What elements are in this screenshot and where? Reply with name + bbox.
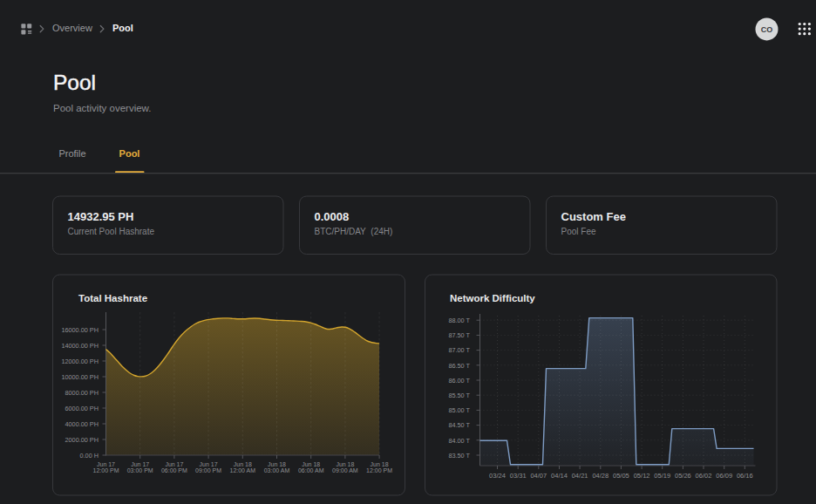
svg-text:86.50 T: 86.50 T <box>448 362 470 370</box>
svg-text:03:00 PM: 03:00 PM <box>127 467 153 473</box>
svg-text:87.00 T: 87.00 T <box>448 346 470 354</box>
svg-text:Current Pool Hashrate: Current Pool Hashrate <box>68 227 155 236</box>
svg-text:Overview: Overview <box>52 23 92 33</box>
svg-text:14932.95 PH: 14932.95 PH <box>68 210 134 223</box>
svg-text:84.00 T: 84.00 T <box>448 437 470 445</box>
svg-text:Jun 18: Jun 18 <box>234 461 252 467</box>
svg-text:2000.00 PH: 2000.00 PH <box>65 436 99 444</box>
svg-text:04/21: 04/21 <box>572 472 588 480</box>
svg-text:06:00 AM: 06:00 AM <box>298 467 324 473</box>
svg-text:Jun 18: Jun 18 <box>302 461 320 467</box>
svg-text:Total Hashrate: Total Hashrate <box>78 293 147 303</box>
svg-text:06/09: 06/09 <box>716 472 732 480</box>
svg-text:6000.00 PH: 6000.00 PH <box>65 405 99 412</box>
svg-text:Jun 17: Jun 17 <box>97 461 115 467</box>
svg-text:Pool: Pool <box>112 23 133 33</box>
svg-text:Jun 18: Jun 18 <box>268 461 286 467</box>
svg-text:04/14: 04/14 <box>551 472 568 480</box>
svg-text:12:00 PM: 12:00 PM <box>366 467 392 473</box>
svg-text:4000.00 PH: 4000.00 PH <box>65 420 99 428</box>
svg-text:Profile: Profile <box>58 148 85 159</box>
svg-text:0.00 H: 0.00 H <box>80 452 99 460</box>
svg-text:12:00 PM: 12:00 PM <box>93 467 119 473</box>
svg-text:83.50 T: 83.50 T <box>448 452 470 460</box>
svg-text:Pool activity overview.: Pool activity overview. <box>53 103 152 113</box>
svg-text:Pool: Pool <box>53 71 96 94</box>
svg-text:12000.00 PH: 12000.00 PH <box>61 358 99 365</box>
svg-text:86.00 T: 86.00 T <box>448 377 470 385</box>
svg-text:04/28: 04/28 <box>592 472 609 480</box>
svg-text:CO: CO <box>761 25 773 34</box>
svg-text:Jun 17: Jun 17 <box>200 461 218 467</box>
svg-text:85.50 T: 85.50 T <box>448 392 470 399</box>
svg-text:09:00 PM: 09:00 PM <box>195 467 221 473</box>
svg-text:06/02: 06/02 <box>696 472 712 480</box>
svg-text:Pool: Pool <box>119 148 140 159</box>
svg-text:04/07: 04/07 <box>530 472 547 480</box>
svg-text:Custom Fee: Custom Fee <box>561 210 626 223</box>
svg-text:BTC/PH/DAY (24H): BTC/PH/DAY (24H) <box>315 227 393 236</box>
svg-text:16000.00 PH: 16000.00 PH <box>61 326 99 334</box>
svg-text:12:00 AM: 12:00 AM <box>230 467 256 473</box>
svg-text:Jun 17: Jun 17 <box>165 461 183 467</box>
svg-text:Jun 17: Jun 17 <box>131 461 149 467</box>
svg-text:03/31: 03/31 <box>510 472 527 480</box>
svg-text:8000.00 PH: 8000.00 PH <box>65 389 99 397</box>
svg-text:Jun 18: Jun 18 <box>371 461 389 467</box>
svg-text:84.50 T: 84.50 T <box>448 421 470 429</box>
svg-text:Pool Fee: Pool Fee <box>561 227 596 236</box>
svg-text:06:00 PM: 06:00 PM <box>161 467 187 473</box>
svg-text:88.00 T: 88.00 T <box>448 317 470 324</box>
svg-text:87.50 T: 87.50 T <box>448 331 470 339</box>
svg-text:06/16: 06/16 <box>737 472 753 480</box>
svg-text:05/19: 05/19 <box>654 472 670 480</box>
svg-text:Network Difficulty: Network Difficulty <box>450 293 535 303</box>
svg-text:03/24: 03/24 <box>489 472 506 480</box>
svg-text:09:00 AM: 09:00 AM <box>332 467 358 473</box>
svg-text:85.00 T: 85.00 T <box>448 406 470 414</box>
svg-text:Jun 18: Jun 18 <box>336 461 354 467</box>
svg-text:10000.00 PH: 10000.00 PH <box>61 373 99 381</box>
svg-text:05/05: 05/05 <box>613 472 629 480</box>
svg-text:05/12: 05/12 <box>634 472 650 480</box>
svg-text:0.0008: 0.0008 <box>315 210 350 223</box>
svg-text:14000.00 PH: 14000.00 PH <box>61 342 99 350</box>
svg-text:03:00 AM: 03:00 AM <box>264 467 290 473</box>
svg-text:05/26: 05/26 <box>675 472 691 480</box>
